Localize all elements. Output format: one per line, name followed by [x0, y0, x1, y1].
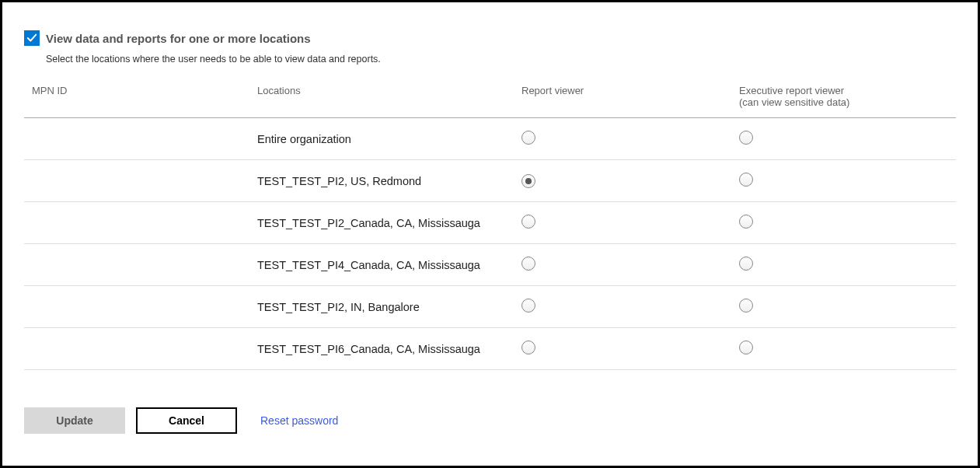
cell-location: TEST_TEST_PI2, IN, Bangalore	[249, 286, 514, 328]
cell-report-viewer	[514, 244, 731, 286]
exec-viewer-radio[interactable]	[739, 257, 753, 271]
column-mpn-id: MPN ID	[24, 79, 249, 118]
column-report-viewer: Report viewer	[514, 79, 731, 118]
table-row: Entire organization	[24, 118, 956, 160]
cell-exec-viewer	[731, 286, 956, 328]
cell-mpn-id	[24, 244, 249, 286]
locations-table: MPN ID Locations Report viewer Executive…	[24, 79, 956, 370]
cell-location: TEST_TEST_PI2_Canada, CA, Mississauga	[249, 202, 514, 244]
cell-location: TEST_TEST_PI2, US, Redmond	[249, 160, 514, 202]
cell-report-viewer	[514, 202, 731, 244]
cell-mpn-id	[24, 328, 249, 370]
cell-exec-viewer	[731, 202, 956, 244]
table-row: TEST_TEST_PI4_Canada, CA, Mississauga	[24, 244, 956, 286]
exec-viewer-radio[interactable]	[739, 173, 753, 187]
cell-report-viewer	[514, 118, 731, 160]
section-description: Select the locations where the user need…	[46, 54, 956, 65]
cell-mpn-id	[24, 286, 249, 328]
cell-location: TEST_TEST_PI6_Canada, CA, Mississauga	[249, 328, 514, 370]
exec-viewer-radio[interactable]	[739, 299, 753, 313]
report-viewer-radio[interactable]	[521, 299, 535, 313]
report-viewer-radio[interactable]	[521, 215, 535, 229]
cell-mpn-id	[24, 202, 249, 244]
table-row: TEST_TEST_PI2, IN, Bangalore	[24, 286, 956, 328]
table-row: TEST_TEST_PI2_Canada, CA, Mississauga	[24, 202, 956, 244]
reset-password-link[interactable]: Reset password	[260, 414, 338, 427]
cell-mpn-id	[24, 160, 249, 202]
column-exec-viewer-line2: (can view sensitive data)	[739, 96, 849, 108]
cell-exec-viewer	[731, 328, 956, 370]
cell-exec-viewer	[731, 160, 956, 202]
column-exec-viewer-line1: Executive report viewer	[739, 85, 844, 96]
cell-location: TEST_TEST_PI4_Canada, CA, Mississauga	[249, 244, 514, 286]
exec-viewer-radio[interactable]	[739, 215, 753, 229]
check-icon	[26, 33, 37, 44]
report-viewer-radio[interactable]	[521, 131, 535, 145]
cell-report-viewer	[514, 286, 731, 328]
table-row: TEST_TEST_PI6_Canada, CA, Mississauga	[24, 328, 956, 370]
cell-location: Entire organization	[249, 118, 514, 160]
column-locations: Locations	[249, 79, 514, 118]
exec-viewer-radio[interactable]	[739, 341, 753, 354]
footer-actions: Update Cancel Reset password	[24, 407, 956, 434]
report-viewer-radio[interactable]	[521, 174, 535, 188]
section-title: View data and reports for one or more lo…	[46, 32, 311, 45]
update-button[interactable]: Update	[24, 407, 125, 434]
cell-report-viewer	[514, 160, 731, 202]
cell-mpn-id	[24, 118, 249, 160]
table-row: TEST_TEST_PI2, US, Redmond	[24, 160, 956, 202]
cell-exec-viewer	[731, 118, 956, 160]
cancel-button[interactable]: Cancel	[136, 407, 237, 434]
exec-viewer-radio[interactable]	[739, 131, 753, 145]
column-exec-viewer: Executive report viewer (can view sensit…	[731, 79, 956, 118]
view-reports-checkbox[interactable]	[24, 30, 40, 46]
cell-report-viewer	[514, 328, 731, 370]
report-viewer-radio[interactable]	[521, 341, 535, 354]
report-viewer-radio[interactable]	[521, 257, 535, 271]
cell-exec-viewer	[731, 244, 956, 286]
